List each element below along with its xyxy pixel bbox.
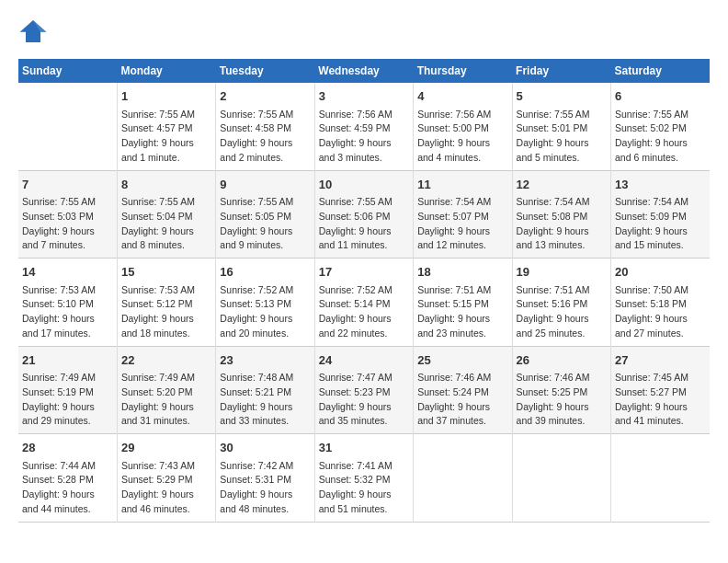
calendar-table: SundayMondayTuesdayWednesdayThursdayFrid… [18, 59, 710, 523]
day-number: 29 [121, 439, 211, 457]
calendar-cell: 14Sunrise: 7:53 AM Sunset: 5:10 PM Dayli… [18, 259, 117, 347]
day-content: Sunrise: 7:46 AM Sunset: 5:25 PM Dayligh… [517, 371, 607, 429]
day-number: 12 [517, 176, 607, 194]
day-number: 7 [22, 176, 113, 194]
logo-icon [18, 18, 48, 44]
calendar-cell: 27Sunrise: 7:45 AM Sunset: 5:27 PM Dayli… [611, 346, 710, 434]
calendar-week-row: 28Sunrise: 7:44 AM Sunset: 5:28 PM Dayli… [18, 434, 710, 523]
day-number: 2 [220, 87, 310, 106]
day-content: Sunrise: 7:48 AM Sunset: 5:21 PM Dayligh… [220, 371, 310, 429]
day-content: Sunrise: 7:49 AM Sunset: 5:19 PM Dayligh… [22, 371, 113, 429]
day-content: Sunrise: 7:56 AM Sunset: 4:59 PM Dayligh… [319, 108, 409, 166]
day-number: 18 [417, 263, 507, 282]
calendar-week-row: 14Sunrise: 7:53 AM Sunset: 5:10 PM Dayli… [18, 259, 710, 347]
calendar-cell: 4Sunrise: 7:56 AM Sunset: 5:00 PM Daylig… [414, 83, 512, 170]
day-content: Sunrise: 7:55 AM Sunset: 5:02 PM Dayligh… [615, 108, 706, 166]
calendar-cell: 9Sunrise: 7:55 AM Sunset: 5:05 PM Daylig… [216, 170, 314, 259]
calendar-cell [18, 83, 117, 170]
calendar-week-row: 21Sunrise: 7:49 AM Sunset: 5:19 PM Dayli… [18, 346, 710, 434]
day-content: Sunrise: 7:56 AM Sunset: 5:00 PM Dayligh… [417, 108, 507, 166]
calendar-cell: 31Sunrise: 7:41 AM Sunset: 5:32 PM Dayli… [314, 434, 413, 523]
day-content: Sunrise: 7:41 AM Sunset: 5:32 PM Dayligh… [319, 459, 409, 517]
day-content: Sunrise: 7:54 AM Sunset: 5:09 PM Dayligh… [615, 195, 706, 253]
day-content: Sunrise: 7:53 AM Sunset: 5:12 PM Dayligh… [121, 283, 211, 341]
day-number: 31 [319, 439, 409, 457]
weekday-header: Tuesday [216, 59, 314, 83]
calendar-cell: 21Sunrise: 7:49 AM Sunset: 5:19 PM Dayli… [18, 346, 117, 434]
day-content: Sunrise: 7:46 AM Sunset: 5:24 PM Dayligh… [417, 371, 507, 429]
calendar-cell: 26Sunrise: 7:46 AM Sunset: 5:25 PM Dayli… [512, 346, 610, 434]
day-content: Sunrise: 7:55 AM Sunset: 5:06 PM Dayligh… [319, 195, 409, 253]
calendar-cell: 25Sunrise: 7:46 AM Sunset: 5:24 PM Dayli… [414, 346, 512, 434]
day-number: 28 [22, 439, 113, 457]
day-content: Sunrise: 7:55 AM Sunset: 4:57 PM Dayligh… [121, 108, 211, 166]
calendar-week-row: 7Sunrise: 7:55 AM Sunset: 5:03 PM Daylig… [18, 170, 710, 259]
page-header [18, 18, 710, 44]
day-number: 5 [517, 87, 607, 106]
calendar-cell: 11Sunrise: 7:54 AM Sunset: 5:07 PM Dayli… [414, 170, 512, 259]
weekday-header: Friday [512, 59, 610, 83]
day-content: Sunrise: 7:55 AM Sunset: 5:04 PM Dayligh… [121, 195, 211, 253]
calendar-cell: 7Sunrise: 7:55 AM Sunset: 5:03 PM Daylig… [18, 170, 117, 259]
day-number: 26 [517, 351, 607, 370]
day-number: 3 [319, 87, 409, 106]
calendar-cell: 17Sunrise: 7:52 AM Sunset: 5:14 PM Dayli… [314, 259, 413, 347]
day-number: 15 [121, 263, 211, 282]
day-content: Sunrise: 7:52 AM Sunset: 5:13 PM Dayligh… [220, 283, 310, 341]
weekday-header: Wednesday [314, 59, 413, 83]
day-number: 1 [121, 87, 211, 106]
calendar-cell: 13Sunrise: 7:54 AM Sunset: 5:09 PM Dayli… [611, 170, 710, 259]
day-content: Sunrise: 7:42 AM Sunset: 5:31 PM Dayligh… [220, 459, 310, 517]
weekday-header: Saturday [611, 59, 710, 83]
day-content: Sunrise: 7:43 AM Sunset: 5:29 PM Dayligh… [121, 459, 211, 517]
day-number: 8 [121, 176, 211, 194]
calendar-cell: 18Sunrise: 7:51 AM Sunset: 5:15 PM Dayli… [414, 259, 512, 347]
calendar-cell: 15Sunrise: 7:53 AM Sunset: 5:12 PM Dayli… [117, 259, 215, 347]
day-content: Sunrise: 7:54 AM Sunset: 5:08 PM Dayligh… [517, 195, 607, 253]
day-content: Sunrise: 7:55 AM Sunset: 5:05 PM Dayligh… [220, 195, 310, 253]
day-number: 24 [319, 351, 409, 370]
day-number: 16 [220, 263, 310, 282]
day-number: 11 [417, 176, 507, 194]
weekday-header-row: SundayMondayTuesdayWednesdayThursdayFrid… [18, 59, 710, 83]
day-content: Sunrise: 7:50 AM Sunset: 5:18 PM Dayligh… [615, 283, 706, 341]
day-number: 30 [220, 439, 310, 457]
calendar-cell: 23Sunrise: 7:48 AM Sunset: 5:21 PM Dayli… [216, 346, 314, 434]
calendar-cell [611, 434, 710, 523]
day-number: 27 [615, 351, 706, 370]
calendar-cell: 20Sunrise: 7:50 AM Sunset: 5:18 PM Dayli… [611, 259, 710, 347]
calendar-cell: 3Sunrise: 7:56 AM Sunset: 4:59 PM Daylig… [314, 83, 413, 170]
calendar-cell: 10Sunrise: 7:55 AM Sunset: 5:06 PM Dayli… [314, 170, 413, 259]
day-number: 9 [220, 176, 310, 194]
calendar-cell: 2Sunrise: 7:55 AM Sunset: 4:58 PM Daylig… [216, 83, 314, 170]
day-content: Sunrise: 7:53 AM Sunset: 5:10 PM Dayligh… [22, 283, 113, 341]
day-content: Sunrise: 7:51 AM Sunset: 5:16 PM Dayligh… [517, 283, 607, 341]
calendar-cell [414, 434, 512, 523]
day-content: Sunrise: 7:44 AM Sunset: 5:28 PM Dayligh… [22, 459, 113, 517]
calendar-cell [512, 434, 610, 523]
day-number: 21 [22, 351, 113, 370]
day-content: Sunrise: 7:55 AM Sunset: 5:03 PM Dayligh… [22, 195, 113, 253]
day-number: 25 [417, 351, 507, 370]
calendar-cell: 28Sunrise: 7:44 AM Sunset: 5:28 PM Dayli… [18, 434, 117, 523]
calendar-cell: 29Sunrise: 7:43 AM Sunset: 5:29 PM Dayli… [117, 434, 215, 523]
calendar-cell: 16Sunrise: 7:52 AM Sunset: 5:13 PM Dayli… [216, 259, 314, 347]
calendar-cell: 19Sunrise: 7:51 AM Sunset: 5:16 PM Dayli… [512, 259, 610, 347]
day-number: 4 [417, 87, 507, 106]
day-content: Sunrise: 7:55 AM Sunset: 5:01 PM Dayligh… [517, 108, 607, 166]
day-number: 6 [615, 87, 706, 106]
calendar-cell: 8Sunrise: 7:55 AM Sunset: 5:04 PM Daylig… [117, 170, 215, 259]
day-content: Sunrise: 7:49 AM Sunset: 5:20 PM Dayligh… [121, 371, 211, 429]
weekday-header: Thursday [414, 59, 512, 83]
day-content: Sunrise: 7:51 AM Sunset: 5:15 PM Dayligh… [417, 283, 507, 341]
day-number: 13 [615, 176, 706, 194]
day-content: Sunrise: 7:55 AM Sunset: 4:58 PM Dayligh… [220, 108, 310, 166]
day-number: 17 [319, 263, 409, 282]
day-number: 20 [615, 263, 706, 282]
weekday-header: Monday [117, 59, 215, 83]
calendar-cell: 24Sunrise: 7:47 AM Sunset: 5:23 PM Dayli… [314, 346, 413, 434]
day-content: Sunrise: 7:54 AM Sunset: 5:07 PM Dayligh… [417, 195, 507, 253]
day-content: Sunrise: 7:47 AM Sunset: 5:23 PM Dayligh… [319, 371, 409, 429]
calendar-cell: 5Sunrise: 7:55 AM Sunset: 5:01 PM Daylig… [512, 83, 610, 170]
day-number: 10 [319, 176, 409, 194]
